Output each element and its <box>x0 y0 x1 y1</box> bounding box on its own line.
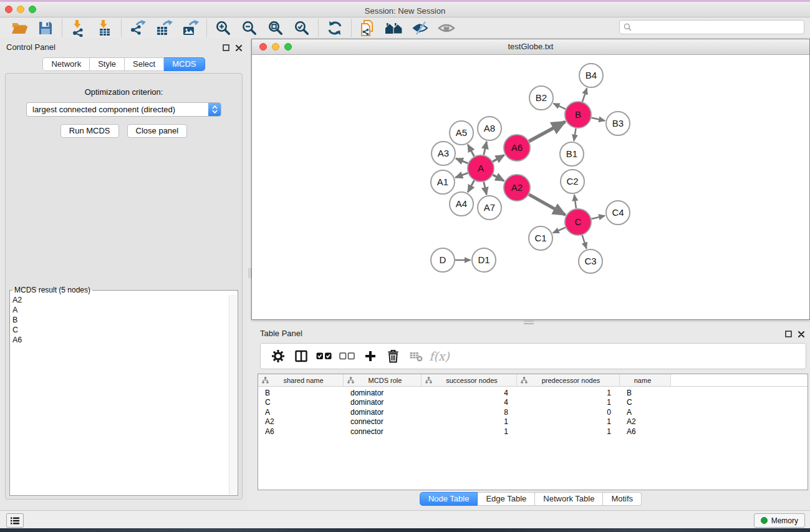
table-cell: B <box>620 389 671 397</box>
graph-edge-A-A7[interactable] <box>484 181 487 195</box>
refresh-layout-icon[interactable] <box>322 18 348 37</box>
zoom-selected-icon[interactable] <box>289 18 315 37</box>
graph-node-label: B <box>575 109 581 120</box>
float-panel-icon[interactable] <box>785 329 792 340</box>
float-panel-icon[interactable] <box>223 42 229 54</box>
table-cell: 1 <box>422 427 517 436</box>
tab-edge-table[interactable]: Edge Table <box>478 492 535 506</box>
table-cell: dominator <box>344 389 422 397</box>
control-panel: Control Panel NetworkStyleSelectMCDS Opt… <box>0 38 248 510</box>
import-network-icon[interactable] <box>65 18 92 37</box>
first-neighbors-icon[interactable] <box>381 18 407 37</box>
graph-edge-A-A3[interactable] <box>456 158 468 163</box>
graph-edge-A2-C[interactable] <box>529 195 565 215</box>
column-header-successor-nodes[interactable]: successor nodes <box>422 374 517 386</box>
table-row[interactable]: Adominator80A <box>258 407 808 417</box>
graph-edge-A-A1[interactable] <box>455 173 468 177</box>
table-row[interactable]: A2connector11A2 <box>258 417 808 427</box>
graph-node-label: A8 <box>484 123 495 133</box>
network-minimize-button[interactable] <box>272 43 279 51</box>
export-network-icon[interactable] <box>125 18 151 37</box>
delete-column-trash-icon[interactable] <box>382 346 405 367</box>
close-panel-icon[interactable] <box>236 42 242 54</box>
select-all-rows-icon[interactable] <box>312 346 335 367</box>
network-close-button[interactable] <box>259 43 267 51</box>
tab-network-table[interactable]: Network Table <box>535 492 603 506</box>
criterion-select[interactable]: largest connected component (directed) <box>26 102 221 117</box>
deselect-all-rows-icon[interactable] <box>335 346 359 367</box>
network-zoom-button[interactable] <box>284 43 292 51</box>
graph-edge-A6-B[interactable] <box>529 122 565 141</box>
toolbar-separator <box>351 19 352 37</box>
graph-edge-A-A8[interactable] <box>484 142 487 155</box>
open-file-icon[interactable] <box>6 18 32 37</box>
mcds-result-item[interactable]: A2 <box>12 295 235 305</box>
zoom-in-icon[interactable] <box>210 18 236 37</box>
tab-node-table[interactable]: Node Table <box>420 492 478 506</box>
graph-node-label: B1 <box>566 148 577 159</box>
tab-network[interactable]: Network <box>42 57 90 71</box>
table-cell: 1 <box>517 427 620 436</box>
mcds-result-item[interactable]: A6 <box>12 335 235 345</box>
export-table-icon[interactable] <box>151 18 177 37</box>
tab-motifs[interactable]: Motifs <box>603 492 642 506</box>
search-field[interactable] <box>619 20 804 34</box>
tab-select[interactable]: Select <box>125 57 164 71</box>
zoom-fit-icon[interactable] <box>263 18 289 37</box>
close-panel-button[interactable]: Close panel <box>127 124 188 138</box>
graph-edge-A-A4[interactable] <box>468 180 474 192</box>
table-cell: 0 <box>517 408 620 417</box>
export-image-icon[interactable] <box>177 18 203 37</box>
show-columns-icon[interactable] <box>289 346 312 367</box>
graph-edge-B-B3[interactable] <box>591 118 605 121</box>
column-header-predecessor-nodes[interactable]: predecessor nodes <box>517 374 620 386</box>
table-row[interactable]: Cdominator41C <box>258 398 808 408</box>
graph-edge-C-C3[interactable] <box>582 235 587 249</box>
add-column-icon[interactable] <box>359 346 382 367</box>
hide-selected-icon[interactable] <box>407 18 433 37</box>
graph-node-label: C2 <box>566 176 578 186</box>
table-cell: connector <box>344 417 422 426</box>
table-row[interactable]: A6connector11A6 <box>258 427 808 437</box>
table-row[interactable]: Bdominator41B <box>258 388 808 398</box>
show-all-icon[interactable] <box>433 18 460 37</box>
table-panel-header: Table Panel <box>251 324 810 341</box>
graph-edge-B-B2[interactable] <box>554 104 566 109</box>
search-input[interactable] <box>632 21 804 34</box>
graph-edge-A-A5[interactable] <box>468 145 474 157</box>
graph-node-label: A <box>478 163 484 173</box>
mcds-result-item[interactable]: C <box>12 325 235 335</box>
column-header-name[interactable]: name <box>620 374 671 386</box>
tab-mcds[interactable]: MCDS <box>164 57 205 71</box>
network-canvas[interactable]: B4B2BB3A5A8A6A3B1AA1A2C2A4A7CC4C1C3DD1 <box>252 55 809 319</box>
mcds-result-item[interactable]: B <box>12 315 235 325</box>
tab-style[interactable]: Style <box>90 57 125 71</box>
save-session-icon[interactable] <box>32 18 59 37</box>
mcds-result-item[interactable]: A <box>12 305 235 315</box>
graph-edge-A-A6[interactable] <box>493 155 504 162</box>
zoom-out-icon[interactable] <box>236 18 263 37</box>
task-history-button[interactable] <box>6 513 24 528</box>
table-cell: A <box>620 408 671 417</box>
mcds-result-title: MCDS result (5 nodes) <box>12 286 92 294</box>
table-panel: Table Panel <box>251 324 810 510</box>
run-mcds-button[interactable]: Run MCDS <box>60 124 119 138</box>
table-settings-gear-icon[interactable] <box>266 346 289 367</box>
node-table[interactable]: shared nameMCDS rolesuccessor nodesprede… <box>258 374 808 490</box>
graph-edge-C-C2[interactable] <box>574 195 576 208</box>
column-header-shared-name[interactable]: shared name <box>258 374 344 386</box>
graph-edge-C-C4[interactable] <box>591 216 605 219</box>
import-table-icon[interactable] <box>92 18 118 37</box>
memory-button[interactable]: Memory <box>754 513 805 528</box>
mcds-scrollbar[interactable] <box>229 295 237 495</box>
network-graph[interactable]: B4B2BB3A5A8A6A3B1AA1A2C2A4A7CC4C1C3DD1 <box>252 55 809 319</box>
column-header-MCDS-role[interactable]: MCDS role <box>344 374 422 386</box>
graph-edge-B-B4[interactable] <box>582 88 587 102</box>
close-panel-icon[interactable] <box>798 329 804 340</box>
graph-edge-B-B1[interactable] <box>574 128 576 141</box>
network-window-title: testGlobe.txt <box>252 39 809 54</box>
graph-edge-C-C1[interactable] <box>553 228 566 233</box>
clone-network-icon[interactable] <box>355 18 381 37</box>
table-cell: 1 <box>517 398 620 407</box>
graph-edge-A-A2[interactable] <box>493 175 504 181</box>
